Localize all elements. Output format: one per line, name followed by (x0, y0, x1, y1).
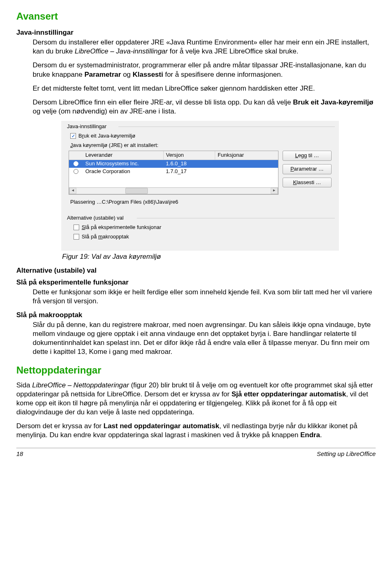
parameters-button[interactable]: Parametrar … (283, 164, 332, 174)
checkbox-macro-record-label: Slå på makroopptak (82, 233, 129, 240)
para-macro: Slår du på denne, kan du registrere makr… (16, 320, 376, 356)
col-features: Funksjonar (215, 151, 278, 160)
col-vendor: Leverandør (83, 151, 164, 160)
para-jre-1: Dersom du installerer eller oppdaterer J… (16, 38, 376, 56)
group-label-alternative: Alternative (ustabile) val (65, 215, 125, 222)
para-jre-2: Dersom du er systemadministrator, progra… (16, 61, 376, 79)
checkbox-icon (74, 225, 79, 230)
para-experimental: Dette er funksjonar som ikkje er heilt f… (16, 288, 376, 306)
checkbox-use-jre[interactable]: Bruk eit Java-køyremiljø (70, 133, 332, 140)
checkbox-icon (74, 234, 79, 240)
checkbox-experimental[interactable]: Slå på eksperimentelle funksjonar (74, 224, 332, 231)
scroll-left-icon[interactable]: ◄ (69, 188, 76, 194)
group-java-settings: Java-innstillingar Bruk eit Java-køyremi… (65, 126, 335, 210)
jre-row[interactable]: Sun Microsystems Inc. 1.6.0_18 (69, 160, 278, 168)
col-version: Versjon (164, 151, 216, 160)
scroll-thumb[interactable] (125, 188, 148, 194)
page-footer: 18 Setting up LibreOffice (16, 448, 376, 458)
group-alternative: Alternative (ustabile) val Slå på eksper… (65, 217, 335, 247)
checkbox-experimental-label: Slå på eksperimentelle funksjonar (82, 224, 161, 231)
radio-icon (74, 169, 78, 174)
figure-caption: Figur 19: Val av Java køyremiljø (16, 252, 376, 261)
para-jre-4: Dersom LibreOffice finn ein eller fleire… (16, 98, 376, 116)
jre-row[interactable]: Oracle Corporation 1.7.0_17 (69, 168, 278, 176)
subhead-experimental: Slå på eksperimentelle funksjonar (16, 278, 376, 287)
horizontal-scrollbar[interactable]: ◄ ► (69, 187, 278, 194)
jre-location-label: Plassering …C:\Program Files (x86)\Java\… (69, 199, 278, 206)
subhead-macro: Slå på makroopptak (16, 311, 376, 320)
radio-icon (74, 161, 78, 166)
para-net-2: Dersom det er kryssa av for Last ned opp… (16, 422, 376, 440)
footer-title: Setting up LibreOffice (317, 450, 376, 458)
heading-netupdates: Nettoppdateringar (16, 364, 376, 376)
para-net-1: Sida LibreOffice – Nettoppdateringar (fi… (16, 381, 376, 417)
add-button[interactable]: Legg til … (283, 151, 332, 161)
jre-installed-label: Java køyremiljø (JRE) er alt installert: (70, 142, 332, 149)
jre-list-header: Leverandør Versjon Funksjonar (69, 151, 278, 160)
checkbox-icon (70, 133, 76, 139)
page-number: 18 (16, 450, 23, 458)
checkbox-macro-record[interactable]: Slå på makroopptak (74, 233, 332, 240)
subhead-alternative: Alternative (ustabile) val (16, 266, 376, 275)
subhead-java: Java-innstillingar (16, 28, 376, 37)
classpath-button[interactable]: Klassesti … (283, 178, 332, 188)
checkbox-use-jre-label: Bruk eit Java-køyremiljø (78, 133, 135, 140)
heading-avansert: Avansert (16, 10, 376, 22)
jre-listbox[interactable]: Leverandør Versjon Funksjonar Sun Micros… (69, 151, 278, 195)
group-label-java: Java-innstillingar (65, 123, 108, 130)
figure-java-dialog: Java-innstillingar Bruk eit Java-køyremi… (61, 121, 339, 251)
para-jre-3: Er det midterste feltet tomt, vent litt … (16, 84, 376, 93)
scroll-right-icon[interactable]: ► (271, 188, 278, 194)
